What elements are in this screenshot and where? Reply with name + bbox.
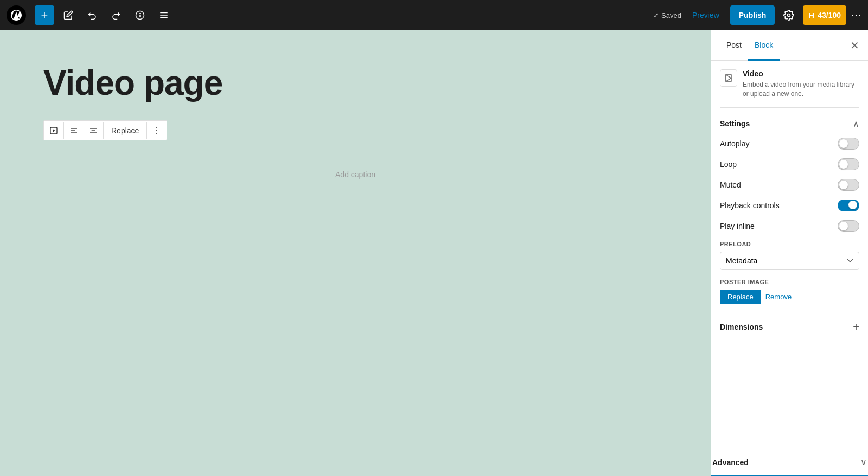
play-inline-label: Play inline (720, 222, 755, 230)
play-inline-toggle[interactable] (838, 220, 859, 232)
block-tab[interactable]: Block (748, 30, 780, 61)
list-view-button[interactable] (154, 5, 174, 25)
settings-gear-button[interactable] (779, 5, 799, 25)
autoplay-toggle[interactable] (838, 138, 859, 150)
save-status: ✓ Saved (653, 11, 681, 20)
info-button[interactable] (130, 5, 150, 25)
muted-label: Muted (720, 181, 741, 189)
seo-score-badge: H 43/100 (803, 5, 846, 25)
score-h-icon: H (808, 11, 814, 20)
panel-header: Post Block ✕ (711, 30, 868, 61)
redo-button[interactable] (106, 5, 126, 25)
play-inline-slider (838, 220, 859, 232)
muted-toggle[interactable] (838, 179, 859, 191)
settings-collapse-button[interactable]: ∧ (853, 119, 859, 129)
svg-marker-62 (726, 75, 731, 81)
panel-body: Video Embed a video from your media libr… (711, 61, 868, 449)
loop-toggle[interactable] (838, 158, 859, 170)
autoplay-row: Autoplay (720, 138, 859, 150)
playback-controls-slider (838, 200, 859, 211)
dimensions-label: Dimensions (720, 323, 763, 331)
playback-controls-label: Playback controls (720, 201, 780, 210)
page-title: Video page (43, 63, 667, 103)
undo-button[interactable] (82, 5, 102, 25)
wordpress-logo[interactable] (7, 5, 26, 25)
preview-button[interactable]: Preview (686, 5, 726, 25)
autoplay-label: Autoplay (720, 139, 749, 148)
main-layout: Video page Replace ⋮ (0, 30, 868, 476)
video-more-button[interactable]: ⋮ (147, 121, 167, 140)
video-replace-button[interactable]: Replace (104, 122, 146, 139)
video-align-left-button[interactable] (64, 122, 84, 139)
dimensions-section: Dimensions + (720, 313, 859, 333)
main-toolbar: + ✓ Saved Preview Publish H 43/100 ⋯ (0, 0, 868, 30)
settings-header: Settings ∧ (720, 119, 859, 129)
panel-close-button[interactable]: ✕ (850, 39, 859, 52)
settings-section: Settings ∧ Autoplay Loop (720, 119, 859, 304)
autoplay-slider (838, 138, 859, 150)
svg-point-6 (788, 14, 790, 17)
advanced-section: Advanced ∨ (711, 449, 868, 476)
advanced-label: Advanced (712, 458, 749, 467)
playback-controls-row: Playback controls (720, 200, 859, 211)
right-panel: Post Block ✕ Video Embed a video from yo… (711, 30, 868, 476)
add-caption[interactable]: Add caption (43, 170, 667, 179)
svg-marker-8 (53, 129, 55, 132)
block-info-text: Video Embed a video from your media libr… (743, 69, 859, 99)
video-align-none-button[interactable] (44, 122, 63, 139)
preload-label: PRELOAD (720, 241, 859, 247)
play-inline-row: Play inline (720, 220, 859, 232)
post-tab[interactable]: Post (720, 30, 748, 61)
loop-slider (838, 158, 859, 170)
block-description: Embed a video from your media library or… (743, 80, 859, 99)
more-options-button[interactable]: ⋯ (851, 9, 861, 22)
block-name: Video (743, 69, 859, 78)
video-align-center-button[interactable] (84, 122, 103, 139)
preload-section: PRELOAD None Auto Metadata (720, 241, 859, 270)
poster-image-section: POSTER IMAGE Replace Remove (720, 279, 859, 304)
block-info: Video Embed a video from your media libr… (720, 69, 859, 108)
poster-replace-button[interactable]: Replace (720, 290, 761, 304)
muted-slider (838, 179, 859, 191)
advanced-header: Advanced ∨ (712, 457, 867, 467)
block-icon (720, 69, 737, 87)
publish-button[interactable]: Publish (730, 5, 775, 25)
dimensions-header: Dimensions + (720, 321, 859, 333)
poster-label: POSTER IMAGE (720, 279, 859, 285)
loop-label: Loop (720, 160, 737, 169)
video-block: Replace ⋮ (43, 120, 667, 179)
poster-remove-button[interactable]: Remove (765, 290, 792, 304)
muted-row: Muted (720, 179, 859, 191)
editor-area: Video page Replace ⋮ (0, 30, 711, 476)
score-value: 43/100 (818, 11, 841, 20)
poster-buttons: Replace Remove (720, 290, 859, 304)
dimensions-add-button[interactable]: + (853, 321, 859, 333)
loop-row: Loop (720, 158, 859, 170)
edit-mode-button[interactable] (59, 5, 78, 25)
preload-select[interactable]: None Auto Metadata (720, 252, 859, 270)
add-block-button[interactable]: + (35, 5, 54, 25)
video-block-toolbar: Replace ⋮ (43, 120, 167, 140)
saved-checkmark: ✓ (653, 11, 659, 20)
settings-label: Settings (720, 119, 750, 128)
advanced-collapse-button[interactable]: ∨ (860, 457, 867, 467)
playback-controls-toggle[interactable] (838, 200, 859, 211)
saved-text: Saved (661, 11, 681, 20)
